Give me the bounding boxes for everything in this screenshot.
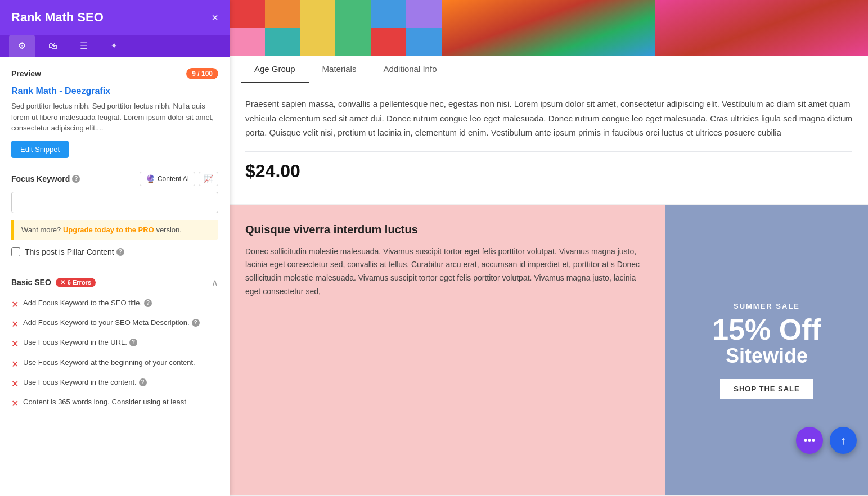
tab-additional-info[interactable]: Additional Info: [370, 56, 450, 83]
focus-keyword-header: Focus Keyword ? 🔮 Content AI 📈: [11, 172, 218, 186]
upgrade-notice: Want more? Upgrade today to the PRO vers…: [11, 220, 218, 240]
rank-math-panel: Rank Math SEO × ⚙ 🛍 ☰ ✦ Preview 9 / 100 …: [0, 0, 230, 496]
focus-keyword-help-icon[interactable]: ?: [72, 175, 80, 183]
content-ai-button[interactable]: 🔮 Content AI: [140, 172, 195, 186]
preview-section: Preview 9 / 100 Rank Math - Deezgrafix S…: [11, 68, 218, 158]
pillar-label: This post is Pillar Content ?: [25, 247, 124, 256]
error-icon-6: ✕: [11, 398, 19, 410]
seo-error-3: ✕ Use Focus Keyword in the URL. ?: [11, 334, 218, 354]
score-badge: 9 / 100: [186, 68, 218, 79]
error-help-1[interactable]: ?: [144, 299, 152, 307]
x-icon: ✕: [60, 279, 65, 286]
tab-materials[interactable]: Materials: [309, 56, 370, 83]
summer-sale-label: SUMMER SALE: [734, 302, 800, 310]
tab-social[interactable]: 🛍: [39, 35, 66, 57]
product-description: Praesent sapien massa, convallis a pelle…: [245, 97, 852, 140]
banner-text: Donec sollicitudin molestie malesuada. V…: [245, 245, 650, 299]
basic-seo-header[interactable]: Basic SEO ✕ 6 Errors ∧: [11, 277, 218, 288]
error-icon-4: ✕: [11, 358, 19, 371]
error-icon-5: ✕: [11, 378, 19, 390]
content-area: Age Group Materials Additional Info Prae…: [230, 0, 868, 496]
panel-title: Rank Math SEO: [11, 10, 104, 25]
close-button[interactable]: ×: [212, 12, 218, 23]
pillar-content: This post is Pillar Content ?: [11, 247, 218, 256]
seo-error-5: ✕ Use Focus Keyword in the content. ?: [11, 374, 218, 394]
menu-dots-icon: •••: [803, 434, 815, 447]
error-icon-3: ✕: [11, 338, 19, 350]
error-icon-2: ✕: [11, 318, 19, 331]
image-colorful-blocks: [230, 0, 442, 56]
ai-icon: 🔮: [146, 174, 155, 183]
focus-keyword-section: Focus Keyword ? 🔮 Content AI 📈 Want more…: [11, 172, 218, 256]
product-tabs-bar: Age Group Materials Additional Info: [230, 56, 868, 83]
focus-keyword-actions: 🔮 Content AI 📈: [140, 172, 218, 186]
error-help-2[interactable]: ?: [192, 319, 200, 327]
edit-snippet-button[interactable]: Edit Snippet: [11, 141, 69, 158]
preview-description: Sed porttitor lectus nibh. Sed porttitor…: [11, 101, 218, 134]
focus-keyword-label: Focus Keyword ?: [11, 174, 80, 183]
preview-label: Preview: [11, 69, 41, 78]
schema-icon: ✦: [110, 40, 118, 51]
seo-error-4: ✕ Use Focus Keyword at the beginning of …: [11, 354, 218, 374]
panel-header: Rank Math SEO ×: [0, 0, 230, 35]
bottom-section: Quisque viverra interdum luctus Donec so…: [230, 205, 868, 495]
error-help-5[interactable]: ?: [139, 378, 147, 386]
error-icon-1: ✕: [11, 299, 19, 311]
tab-advanced[interactable]: ☰: [71, 35, 97, 57]
collapse-icon[interactable]: ∧: [212, 277, 218, 288]
pillar-help-icon[interactable]: ?: [116, 248, 124, 256]
gear-icon: ⚙: [18, 40, 26, 51]
floating-scroll-button[interactable]: ↑: [830, 427, 857, 454]
sale-percent: 15% Off: [712, 315, 821, 344]
banner-heading: Quisque viverra interdum luctus: [245, 223, 650, 236]
advanced-icon: ☰: [80, 40, 88, 51]
divider: [245, 151, 852, 152]
panel-body: Preview 9 / 100 Rank Math - Deezgrafix S…: [0, 57, 230, 496]
image-red-toy: [655, 0, 868, 56]
seo-error-6: ✕ Content is 365 words long. Consider us…: [11, 394, 218, 413]
panel-tabs: ⚙ 🛍 ☰ ✦: [0, 35, 230, 57]
basic-seo-section: Basic SEO ✕ 6 Errors ∧ ✕ Add Focus Keywo…: [11, 268, 218, 414]
errors-badge: ✕ 6 Errors: [56, 278, 96, 287]
pillar-checkbox[interactable]: [11, 247, 20, 256]
image-toy-shapes: [442, 0, 655, 56]
tab-age-group[interactable]: Age Group: [241, 56, 309, 83]
social-icon: 🛍: [48, 41, 57, 51]
floating-menu-button[interactable]: •••: [796, 427, 823, 454]
basic-seo-title: Basic SEO ✕ 6 Errors: [11, 278, 96, 287]
tab-schema[interactable]: ✦: [101, 35, 127, 57]
error-help-3[interactable]: ?: [129, 339, 137, 346]
chart-icon-button[interactable]: 📈: [199, 172, 218, 186]
pink-banner: Quisque viverra interdum luctus Donec so…: [230, 205, 665, 495]
chart-icon: 📈: [204, 174, 213, 183]
sale-sitewide: Sitewide: [726, 344, 808, 368]
arrow-up-icon: ↑: [840, 434, 846, 447]
product-content: Praesent sapien massa, convallis a pelle…: [230, 83, 868, 204]
tab-general[interactable]: ⚙: [9, 35, 35, 57]
upgrade-link[interactable]: Upgrade today to the PRO: [63, 226, 154, 234]
seo-error-1: ✕ Add Focus Keyword to the SEO title. ?: [11, 295, 218, 314]
seo-error-2: ✕ Add Focus Keyword to your SEO Meta Des…: [11, 314, 218, 334]
preview-header: Preview 9 / 100: [11, 68, 218, 79]
product-price: $24.00: [245, 161, 852, 182]
shop-sale-button[interactable]: SHOP THE SALE: [720, 379, 813, 399]
focus-keyword-input[interactable]: [11, 192, 218, 213]
preview-link[interactable]: Rank Math - Deezgrafix: [11, 86, 218, 96]
images-row: [230, 0, 868, 56]
